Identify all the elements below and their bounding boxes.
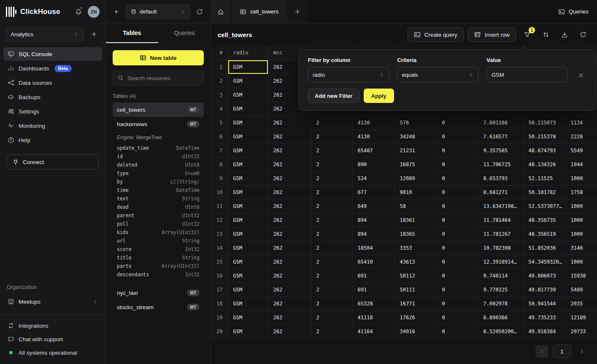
next-page-button[interactable] — [576, 345, 588, 357]
filter-value-input[interactable] — [486, 67, 567, 82]
cell[interactable]: GSM — [228, 157, 268, 171]
cell[interactable]: 5489 — [565, 283, 597, 297]
cell[interactable]: 50.101782 — [523, 185, 565, 199]
cell[interactable]: 18504 — [352, 241, 394, 255]
cell[interactable]: GSM — [228, 283, 268, 297]
cell[interactable]: 0 — [437, 269, 478, 283]
cell[interactable]: GSM — [228, 310, 268, 324]
cell[interactable]: 2 — [311, 310, 352, 324]
filter-column-select[interactable]: radio — [308, 67, 389, 82]
cell[interactable]: 1944 — [565, 157, 597, 171]
cell[interactable]: 649 — [352, 199, 394, 213]
table-item-hackernews[interactable]: hackernewsMT — [113, 117, 204, 131]
cell[interactable]: 1134 — [565, 116, 597, 129]
tab-cell-towers[interactable]: cell_towers — [231, 0, 287, 23]
cell[interactable]: 0 — [437, 185, 478, 199]
cell[interactable]: 65410 — [352, 255, 394, 269]
insert-row-button[interactable]: Insert row — [468, 27, 516, 42]
cell[interactable]: 1000 — [565, 213, 597, 227]
search-resources-input[interactable] — [127, 75, 199, 81]
cell[interactable]: GSM — [228, 171, 268, 185]
cell[interactable]: 262 — [268, 255, 311, 269]
cell[interactable]: 12189 — [565, 310, 597, 324]
cell[interactable]: 6.890366 — [478, 310, 523, 324]
cell[interactable]: 262 — [268, 171, 311, 185]
cell[interactable]: 0 — [437, 227, 478, 241]
sidebar-item-data-sources[interactable]: Data sources — [3, 76, 102, 89]
cell[interactable]: GSM — [228, 227, 268, 241]
filter-button[interactable]: 1 — [520, 27, 535, 42]
cell[interactable]: 262 — [268, 213, 311, 227]
cell[interactable]: 52.5373077… — [523, 199, 565, 213]
cell[interactable]: 13.6347198… — [478, 199, 523, 213]
avatar[interactable]: ZN — [88, 6, 100, 18]
cell[interactable]: 524 — [352, 171, 394, 185]
cell[interactable]: 17626 — [394, 310, 437, 324]
cell[interactable]: 2 — [311, 199, 352, 213]
cell[interactable]: 2 — [311, 157, 352, 171]
add-new-filter-button[interactable]: Add new Filter — [308, 89, 359, 103]
cell[interactable]: 4130 — [352, 116, 394, 129]
cell[interactable]: 48.134326 — [523, 157, 565, 171]
cell[interactable]: 54.3459320… — [523, 255, 565, 269]
cell[interactable]: GSM — [228, 199, 268, 213]
cell[interactable]: 0 — [437, 283, 478, 297]
current-page[interactable]: 1 — [553, 345, 571, 358]
connect-button[interactable]: Connect — [7, 154, 99, 170]
cell[interactable]: 50111 — [394, 283, 437, 297]
home-tab[interactable] — [211, 0, 230, 23]
cell[interactable]: 0 — [437, 116, 478, 129]
cell[interactable]: GSM — [228, 185, 268, 199]
cell[interactable]: 9.746114 — [478, 269, 523, 283]
cell[interactable]: GSM — [228, 255, 268, 269]
cell[interactable]: 2228 — [565, 129, 597, 143]
cell[interactable]: 52.11525 — [523, 171, 565, 185]
table-item-cell_towers[interactable]: cell_towersMT — [113, 102, 204, 117]
cell[interactable]: 2 — [311, 283, 352, 297]
cell[interactable]: GSM — [228, 143, 268, 157]
sidebar-item-backups[interactable]: Backups — [3, 90, 102, 104]
cell[interactable]: 41164 — [352, 324, 394, 338]
sidebar-item-chat-with-support[interactable]: Chat with support — [3, 333, 102, 345]
cell[interactable]: GSM — [228, 102, 268, 116]
cell[interactable]: 890 — [352, 157, 394, 171]
cell[interactable]: 9.770225 — [478, 283, 523, 297]
cell[interactable]: 9.357565 — [478, 143, 523, 157]
cell[interactable]: 691 — [352, 269, 394, 283]
sidebar-item-help[interactable]: Help — [3, 133, 102, 147]
cell[interactable]: 2 — [311, 241, 352, 255]
cell[interactable]: 12089 — [394, 171, 437, 185]
cell[interactable]: 8.653793 — [478, 171, 523, 185]
cell[interactable]: 2 — [311, 324, 352, 338]
cell[interactable]: 2 — [311, 143, 352, 157]
sidebar-item-settings[interactable]: Settings — [3, 105, 102, 118]
cell[interactable]: 16771 — [394, 297, 437, 310]
cell[interactable]: 262 — [268, 324, 311, 338]
cell[interactable]: 0 — [437, 297, 478, 310]
explorer-tab-queries[interactable]: Queries — [158, 24, 211, 43]
cell[interactable]: 2 — [311, 185, 352, 199]
cell[interactable]: 29733 — [565, 324, 597, 338]
cell[interactable]: 11.706725 — [478, 157, 523, 171]
cell[interactable]: GSM — [228, 324, 268, 338]
cell[interactable]: 48.356519 — [523, 227, 565, 241]
new-table-button[interactable]: New table — [113, 50, 204, 65]
cell[interactable]: 50.941544 — [523, 297, 565, 310]
cell[interactable]: 1758 — [565, 185, 597, 199]
cell[interactable]: 0 — [437, 199, 478, 213]
cell[interactable]: 0 — [437, 129, 478, 143]
cell[interactable]: 262 — [268, 310, 311, 324]
cell[interactable]: 3146 — [565, 241, 597, 255]
cell[interactable]: 1000 — [565, 199, 597, 213]
cell[interactable]: 49.817739 — [523, 283, 565, 297]
cell[interactable]: 41118 — [352, 310, 394, 324]
cell[interactable]: 34016 — [394, 324, 437, 338]
cell[interactable]: 0 — [437, 241, 478, 255]
queries-button[interactable]: Queries — [558, 8, 589, 15]
cell[interactable]: 51.852036 — [523, 241, 565, 255]
cell[interactable]: GSM — [228, 74, 268, 88]
cell[interactable]: 2035 — [565, 297, 597, 310]
cell[interactable]: 0 — [437, 324, 478, 338]
cell[interactable]: 12.3918914… — [478, 255, 523, 269]
col-header-radio[interactable]: radio — [228, 46, 268, 60]
